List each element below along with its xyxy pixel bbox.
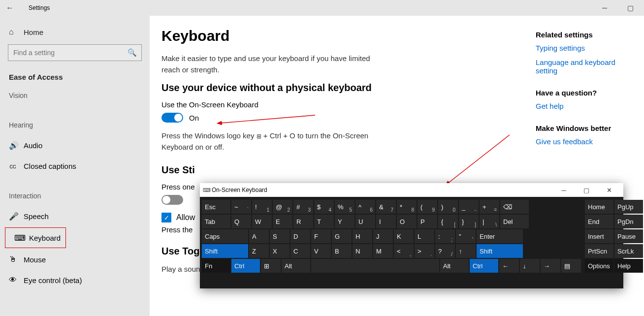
osk-key[interactable]: Alt bbox=[440, 259, 469, 273]
osk-key[interactable]: P bbox=[418, 215, 437, 228]
osk-key[interactable]: End bbox=[585, 215, 613, 228]
osk-key[interactable]: C bbox=[290, 244, 310, 258]
osk-key[interactable]: R bbox=[293, 215, 313, 228]
osk-key[interactable]: }] bbox=[459, 215, 479, 228]
link-give-feedback[interactable]: Give us feedback bbox=[536, 137, 639, 146]
osk-key[interactable]: W bbox=[252, 215, 272, 228]
osk-key[interactable]: X bbox=[270, 244, 290, 258]
osk-key[interactable]: L bbox=[415, 229, 434, 243]
nav-keyboard[interactable]: ⌨ Keyboard bbox=[5, 227, 66, 248]
osk-key[interactable]: T bbox=[314, 215, 334, 228]
toggle-track[interactable] bbox=[161, 195, 183, 205]
osk-key[interactable]: Z bbox=[249, 244, 269, 258]
osk-key[interactable]: ScrLk bbox=[614, 244, 643, 258]
osk-key[interactable]: ~` bbox=[231, 200, 251, 214]
osk-key[interactable]: Y bbox=[335, 215, 354, 228]
nav-home[interactable]: ⌂ Home bbox=[0, 22, 150, 42]
osk-key[interactable]: $4 bbox=[314, 200, 334, 214]
allow-checkbox[interactable]: ✓ bbox=[161, 213, 171, 222]
link-typing-settings[interactable]: Typing settings bbox=[536, 44, 639, 52]
link-get-help[interactable]: Get help bbox=[536, 102, 639, 110]
osk-toggle[interactable]: On bbox=[161, 113, 536, 123]
back-button[interactable]: ← bbox=[6, 3, 19, 12]
osk-key[interactable]: Q bbox=[231, 215, 251, 228]
osk-key[interactable]: Options bbox=[585, 259, 613, 273]
osk-key[interactable]: Alt bbox=[282, 259, 310, 273]
osk-key[interactable]: Ctrl bbox=[470, 259, 498, 273]
search-input[interactable] bbox=[8, 44, 142, 61]
osk-key[interactable]: B bbox=[332, 244, 352, 258]
osk-key[interactable]: Home bbox=[585, 200, 613, 214]
osk-key[interactable]: ▤ bbox=[561, 259, 581, 273]
osk-key[interactable]: H bbox=[353, 229, 372, 243]
osk-key[interactable]: S bbox=[270, 229, 290, 243]
link-language-keyboard[interactable]: Language and keyboard setting bbox=[536, 58, 639, 75]
osk-key[interactable]: >. bbox=[415, 244, 434, 258]
osk-key[interactable]: A bbox=[249, 229, 269, 243]
osk-key[interactable]: G bbox=[332, 229, 352, 243]
osk-key[interactable]: Pause bbox=[614, 229, 643, 243]
osk-key[interactable]: U bbox=[355, 215, 375, 228]
osk-key[interactable]: Tab bbox=[202, 215, 230, 228]
osk-key[interactable]: Fn bbox=[202, 259, 230, 273]
toggle-track[interactable] bbox=[161, 113, 183, 123]
osk-key[interactable]: #3 bbox=[293, 200, 313, 214]
osk-key[interactable]: ← bbox=[499, 259, 519, 273]
osk-key[interactable]: Insert bbox=[585, 229, 613, 243]
osk-key[interactable]: :; bbox=[435, 229, 455, 243]
osk-key[interactable]: Help bbox=[614, 259, 643, 273]
osk-key[interactable]: O bbox=[397, 215, 417, 228]
osk-close-button[interactable]: ✕ bbox=[598, 183, 620, 197]
nav-closed-captions[interactable]: ㏄ Closed captions bbox=[0, 156, 150, 176]
osk-key[interactable]: ↑ bbox=[456, 244, 476, 258]
osk-key[interactable]: @2 bbox=[273, 200, 292, 214]
osk-key[interactable]: Ctrl bbox=[231, 259, 260, 273]
osk-key[interactable] bbox=[311, 259, 439, 273]
osk-key[interactable]: {[ bbox=[438, 215, 458, 228]
osk-key[interactable]: ↓ bbox=[520, 259, 540, 273]
osk-key[interactable]: *8 bbox=[397, 200, 417, 214]
osk-key[interactable]: _- bbox=[459, 200, 479, 214]
osk-key[interactable]: "' bbox=[456, 229, 476, 243]
osk-key[interactable]: |\ bbox=[480, 215, 499, 228]
osk-key[interactable]: ?/ bbox=[435, 244, 455, 258]
maximize-button[interactable]: ▢ bbox=[621, 4, 639, 12]
osk-key[interactable]: M bbox=[373, 244, 393, 258]
osk-key[interactable]: ⊞ bbox=[261, 259, 281, 273]
osk-key[interactable]: ^6 bbox=[355, 200, 375, 214]
osk-key[interactable]: → bbox=[541, 259, 560, 273]
osk-key[interactable]: V bbox=[311, 244, 331, 258]
osk-titlebar[interactable]: ⌨ On-Screen Keyboard ─ ▢ ✕ bbox=[200, 183, 623, 197]
minimize-button[interactable]: ─ bbox=[596, 4, 613, 12]
nav-mouse[interactable]: 🖱 Mouse bbox=[0, 249, 150, 270]
osk-key[interactable]: Esc bbox=[202, 200, 230, 214]
osk-key[interactable]: )0 bbox=[438, 200, 458, 214]
osk-key[interactable]: %5 bbox=[335, 200, 354, 214]
osk-key[interactable]: PgUp bbox=[614, 200, 643, 214]
osk-minimize-button[interactable]: ─ bbox=[552, 183, 575, 197]
osk-key[interactable]: N bbox=[353, 244, 372, 258]
osk-key[interactable]: Shift bbox=[477, 244, 523, 258]
osk-key[interactable]: K bbox=[394, 229, 414, 243]
osk-key[interactable]: ⌫ bbox=[500, 200, 529, 214]
osk-key[interactable]: &7 bbox=[376, 200, 396, 214]
osk-key[interactable]: PgDn bbox=[614, 215, 643, 228]
osk-window[interactable]: ⌨ On-Screen Keyboard ─ ▢ ✕ Esc~`!1@2#3$4… bbox=[200, 183, 623, 288]
osk-key[interactable]: Caps bbox=[202, 229, 248, 243]
osk-key[interactable]: I bbox=[376, 215, 396, 228]
osk-key[interactable]: F bbox=[311, 229, 331, 243]
osk-key[interactable]: J bbox=[373, 229, 393, 243]
osk-key[interactable]: D bbox=[290, 229, 310, 243]
osk-key[interactable]: Shift bbox=[202, 244, 248, 258]
nav-eye-control[interactable]: 👁 Eye control (beta) bbox=[0, 270, 150, 290]
osk-key[interactable]: Del bbox=[500, 215, 529, 228]
osk-key[interactable]: PrtScn bbox=[585, 244, 613, 258]
osk-key[interactable]: <, bbox=[394, 244, 414, 258]
osk-key[interactable]: Enter bbox=[477, 229, 523, 243]
osk-key[interactable]: E bbox=[273, 215, 292, 228]
nav-audio[interactable]: 🔊 Audio bbox=[0, 135, 150, 156]
osk-maximize-button[interactable]: ▢ bbox=[575, 183, 598, 197]
osk-key[interactable]: (9 bbox=[418, 200, 437, 214]
osk-key[interactable]: += bbox=[480, 200, 499, 214]
osk-key[interactable]: !1 bbox=[252, 200, 272, 214]
